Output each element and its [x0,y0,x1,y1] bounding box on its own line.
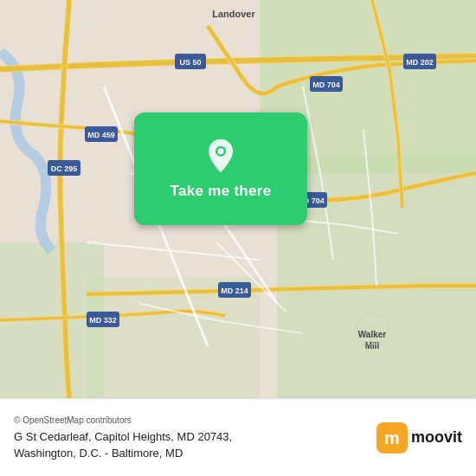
location-pin-icon [203,138,239,174]
osm-credit: © OpenStreetMap contributors [14,415,232,425]
svg-text:MD 459: MD 459 [87,131,115,139]
svg-text:MD 214: MD 214 [221,286,248,295]
svg-text:MD 332: MD 332 [89,316,117,325]
svg-text:Mill: Mill [365,341,380,351]
map-area: US 50 MD 459 DC 295 MD 704 MD 704 MD 202… [0,0,476,398]
moovit-logo: m moovit [376,422,462,453]
svg-text:MD 704: MD 704 [312,80,340,89]
svg-text:DC 295: DC 295 [51,164,78,173]
address-block: © OpenStreetMap contributors G St Cedarl… [14,415,232,460]
moovit-text: moovit [411,428,462,447]
address-line2: Washington, D.C. - Baltimore, MD [14,447,232,460]
moovit-logo-icon: m [376,422,408,453]
svg-text:US 50: US 50 [179,58,201,67]
svg-text:Landover: Landover [212,9,255,19]
address-line1: G St Cedarleaf, Capitol Heights, MD 2074… [14,430,232,443]
svg-text:Walker: Walker [358,330,387,339]
info-bar: © OpenStreetMap contributors G St Cedarl… [0,398,476,476]
svg-point-26 [218,148,224,154]
svg-text:m: m [384,428,400,447]
svg-text:MD 202: MD 202 [406,58,434,67]
take-me-there-label: Take me there [170,183,272,200]
take-me-there-button[interactable]: Take me there [134,113,307,225]
